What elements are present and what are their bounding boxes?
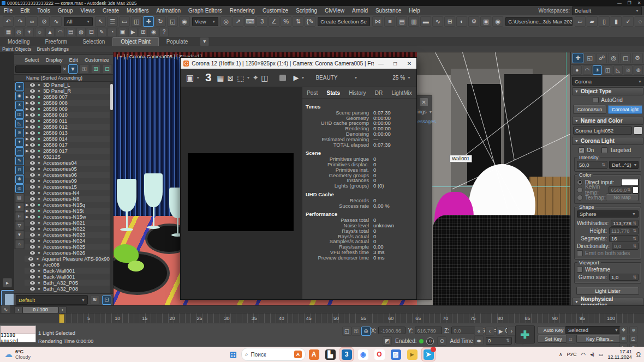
list-item[interactable]: ▶ ● 28589 010 xyxy=(25,112,110,118)
volume-icon[interactable]: ◂) xyxy=(590,352,594,357)
zoom-extents-icon[interactable]: ◱ xyxy=(629,335,637,343)
visibility-eye-icon[interactable] xyxy=(30,173,35,177)
storyboard-icon[interactable]: ▦ xyxy=(4,28,13,37)
window-crossing-icon[interactable]: ◫ xyxy=(131,16,142,27)
menu-item[interactable]: CivView xyxy=(321,7,348,15)
display-tab-icon[interactable]: ▢ xyxy=(620,53,631,63)
select-and-scale-icon[interactable]: ◱ xyxy=(167,16,178,27)
render-production-icon[interactable]: ◉ xyxy=(492,16,503,27)
list-item[interactable]: ▶ ● Accessories-N15t xyxy=(25,208,110,214)
menu-item[interactable]: Views xyxy=(77,7,99,15)
list-item[interactable]: ▶ ● 28589 008 xyxy=(25,100,110,106)
project-folder-dropdown[interactable]: C:\Users\une...3ds Max 2025▼ xyxy=(505,17,573,26)
set-key-button[interactable]: Set Key xyxy=(538,335,569,343)
save-image-icon[interactable]: ▣▼ xyxy=(186,73,200,83)
kelvin-color-swatch[interactable] xyxy=(633,186,639,194)
zoom-all-icon[interactable]: ⊞ xyxy=(619,335,628,343)
explorer-menu-item[interactable]: Select xyxy=(22,56,41,63)
tray-chevron-icon[interactable]: ∧ xyxy=(559,352,563,357)
teapot-render-icon[interactable]: ◉ xyxy=(149,28,158,37)
list-item[interactable]: ▶ ● Accessories-N15q xyxy=(25,202,110,208)
list-item[interactable]: ▶ ● Accessories-N021 xyxy=(25,220,110,226)
start-render-icon[interactable]: ▶▼ xyxy=(294,74,305,82)
rendered-frame-icon[interactable]: ▣ xyxy=(480,16,491,27)
clear-image-icon[interactable]: ⊠ xyxy=(227,74,234,82)
autogrid-checkbox[interactable] xyxy=(593,97,599,103)
visibility-eye-icon[interactable] xyxy=(30,89,35,93)
redo-icon[interactable]: ↷ xyxy=(15,16,26,27)
display-particles-icon[interactable]: ✦ xyxy=(15,138,24,147)
list-item[interactable]: ▶ ● Accessories09 xyxy=(25,178,110,184)
duplicate-icon[interactable]: ▦ xyxy=(217,74,224,82)
list-item[interactable]: ▶ ● Back-Wall001 xyxy=(25,268,110,274)
track-bar[interactable]: 0510152025303540455055606570758085909510… xyxy=(0,313,644,323)
check-circle-icon[interactable]: ✓ xyxy=(623,16,634,27)
ribbon-subtab[interactable]: Paint Objects xyxy=(2,46,32,52)
telegram-app-icon[interactable]: ➤ xyxy=(422,348,435,361)
targeted-checkbox[interactable] xyxy=(601,147,607,153)
bind-to-space-warp-icon[interactable]: ∿ xyxy=(51,16,62,27)
hierarchy-tab-icon[interactable]: ☍ xyxy=(597,53,607,63)
visibility-eye-icon[interactable] xyxy=(30,281,35,285)
expand-arrow-icon[interactable]: ▶ xyxy=(26,101,30,105)
list-item[interactable]: ▶ ● 28589 012 xyxy=(25,124,110,130)
viewport-nav-pan-icon[interactable]: ✥ xyxy=(619,326,628,334)
display-geometry-icon[interactable]: ● xyxy=(15,82,24,91)
visibility-eye-icon[interactable] xyxy=(30,161,35,165)
sync-status-icon[interactable]: ◌ xyxy=(635,16,644,27)
sun-positioner-icon[interactable]: ☼ xyxy=(35,28,44,37)
time-slider-thumb[interactable]: 0 / 100 xyxy=(22,306,58,313)
list-item[interactable]: ▶ ● 28589 009 xyxy=(25,106,110,112)
motion-tab-icon[interactable]: ◎ xyxy=(608,53,619,63)
language-indicator[interactable]: РУС xyxy=(567,352,577,357)
workspace-dropdown[interactable]: Default▼ xyxy=(572,6,642,15)
utilities-tab-icon[interactable]: ⚙ xyxy=(632,53,643,63)
notification-bell-icon[interactable]: Ω xyxy=(636,351,641,358)
selection-filter-dropdown[interactable]: All▼ xyxy=(64,17,93,26)
kelvin-temp-radio[interactable] xyxy=(577,187,583,193)
visibility-eye-icon[interactable] xyxy=(30,137,35,141)
list-item[interactable]: ▶ ● 28589 014 xyxy=(25,136,110,142)
select-and-manipulate-icon[interactable]: ↗ xyxy=(232,16,243,27)
open-container-icon[interactable]: ▱ xyxy=(575,16,586,27)
emit-both-sides-checkbox[interactable] xyxy=(577,250,583,256)
visibility-eye-icon[interactable] xyxy=(30,209,35,213)
visibility-eye-icon[interactable] xyxy=(30,251,35,255)
notepad-app-icon[interactable]: ▙ xyxy=(324,348,337,361)
display-space-warps-icon[interactable]: ≋ xyxy=(15,129,24,137)
ribbon-tab[interactable]: Selection xyxy=(75,38,112,46)
create-tab-icon[interactable]: ✚ xyxy=(573,53,583,63)
shape-value-field[interactable]: 0,0⇅ xyxy=(612,243,639,250)
lock-icon[interactable]: ⚿ xyxy=(80,64,89,74)
angle-snap-icon[interactable]: ∠ xyxy=(269,16,279,27)
grid-icon[interactable]: ⊞ xyxy=(139,28,148,37)
filter-icon[interactable]: ▼ xyxy=(68,64,77,74)
torus-icon[interactable]: ◍ xyxy=(76,28,86,37)
material-editor-icon[interactable]: ◐ xyxy=(456,16,467,27)
wifi-icon[interactable]: ◠ xyxy=(581,352,586,358)
stop-render-icon[interactable] xyxy=(279,75,286,81)
rollout-corona-light[interactable]: ▼Corona Light xyxy=(572,137,643,145)
visibility-eye-icon[interactable] xyxy=(30,245,35,249)
shape-type-dropdown[interactable]: Sphere▼ xyxy=(577,210,639,218)
expand-arrow-icon[interactable]: ▶ xyxy=(26,143,30,147)
selection-set-key-dropdown[interactable]: Selected▼ xyxy=(565,326,621,334)
menu-item[interactable]: Edit xyxy=(16,7,33,15)
y-coordinate-field[interactable]: 616,789 xyxy=(415,327,442,334)
helpers-category-icon[interactable]: ◺ xyxy=(613,65,623,75)
key-filters-button[interactable]: Key Filters... xyxy=(576,335,623,343)
list-item[interactable]: ▶ ● 28589 017 xyxy=(25,142,110,148)
menu-item[interactable]: Graph Editors xyxy=(184,7,226,15)
list-item[interactable]: ▶ ● Accessories-N15w xyxy=(25,214,110,220)
visibility-eye-icon[interactable] xyxy=(30,221,35,225)
expand-arrow-icon[interactable]: ▶ xyxy=(26,113,30,117)
display-layers-icon[interactable]: ■ xyxy=(15,203,24,212)
display-hidden-icon[interactable]: ❋ xyxy=(15,175,24,184)
expand-arrow-icon[interactable]: ▶ xyxy=(26,137,30,141)
list-item[interactable]: ▶ ● 28589 011 xyxy=(25,118,110,124)
new-key-button[interactable]: ✚ xyxy=(515,325,535,343)
stack-icon[interactable]: ≋ xyxy=(90,295,99,305)
scene-explorer-toggle-icon[interactable]: ▥ xyxy=(408,16,419,27)
photos-app-icon[interactable]: ▨ xyxy=(389,348,402,361)
expand-all-icon[interactable]: ⊞ xyxy=(91,64,100,74)
